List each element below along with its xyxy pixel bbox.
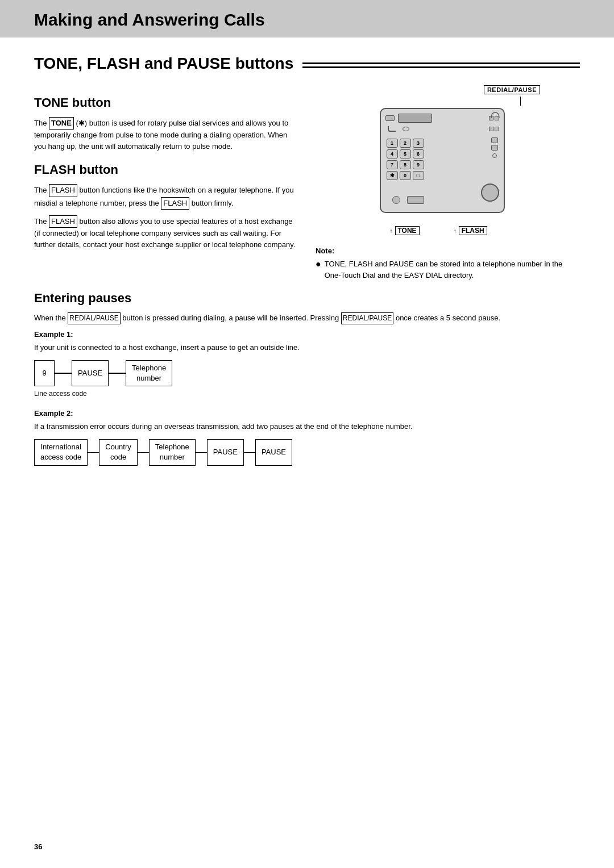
keypad: 1 2 3 4 5 6 7 8 9 ✱ <box>387 139 424 180</box>
flash-section: FLASH button The FLASH button functions … <box>34 162 298 251</box>
volume-knob <box>481 183 499 202</box>
diag-line-2 <box>109 360 126 386</box>
flash-key-1: FLASH <box>49 184 77 197</box>
page: Making and Answering Calls TONE, FLASH a… <box>0 0 614 868</box>
center-button <box>407 196 424 204</box>
page-title: Making and Answering Calls <box>34 10 580 30</box>
diag-box-intl: International access code <box>34 439 88 465</box>
title-decoration <box>302 62 580 68</box>
r-circle <box>492 153 497 158</box>
curve-icon <box>388 126 396 132</box>
side-btn-2 <box>495 127 499 131</box>
diag-box-pause1: PAUSE <box>72 360 109 386</box>
line-5 <box>196 452 207 453</box>
main-section-title-row: TONE, FLASH and PAUSE buttons <box>34 55 580 73</box>
two-col-layout: TONE button The TONE (✱) button is used … <box>34 85 580 281</box>
tone-key: TONE <box>49 117 74 130</box>
flash-arrow: ↑ <box>454 228 457 234</box>
top-bar: Making and Answering Calls <box>0 0 614 37</box>
note-title: Note: <box>316 247 580 255</box>
diag-box-pause3: PAUSE <box>255 439 292 465</box>
circle-btn <box>403 127 409 131</box>
keypad-area: 1 2 3 4 5 6 7 8 9 ✱ <box>387 136 424 180</box>
redial-key-2: REDIAL/PAUSE <box>341 312 393 324</box>
diag-box-country: Country code <box>99 439 138 465</box>
line-6 <box>244 452 255 453</box>
phone-top-controls <box>385 114 499 123</box>
main-content: TONE, FLASH and PAUSE buttons TONE butto… <box>0 37 614 492</box>
flash-key-2: FLASH <box>161 197 189 210</box>
tone-heading: TONE button <box>34 95 298 110</box>
flash-para1: The FLASH button functions like the hook… <box>34 184 298 209</box>
diag-line-4 <box>138 439 149 465</box>
entering-pauses-section: Entering pauses When the REDIAL/PAUSE bu… <box>34 291 580 466</box>
phone-body: 1 2 3 4 5 6 7 8 9 ✱ <box>380 108 516 222</box>
example1-text: If your unit is connected to a host exch… <box>34 342 580 353</box>
side-buttons-2 <box>489 127 499 131</box>
example1-label: Example 1: <box>34 330 580 339</box>
key-hash: □ <box>413 171 424 180</box>
diag-line-6 <box>244 439 255 465</box>
tone-label-item: ↑ TONE <box>390 226 420 235</box>
line-4 <box>138 452 149 453</box>
key-4: 4 <box>387 149 398 158</box>
note-item: ● TONE, FLASH and PAUSE can be stored in… <box>316 258 580 281</box>
key-0: 0 <box>400 171 411 180</box>
phone-labels: ↑ TONE ↑ FLASH <box>385 226 511 235</box>
flash-para2: The FLASH button also allows you to use … <box>34 215 298 251</box>
entering-pauses-heading: Entering pauses <box>34 291 580 306</box>
note-bullet: ● <box>316 258 321 269</box>
flash-key-3: FLASH <box>49 215 77 228</box>
side-btn-1 <box>489 127 493 131</box>
example1-diagram: 9 PAUSE Telephone number <box>34 360 580 386</box>
right-side-buttons <box>491 137 498 151</box>
diag-box-pause2: PAUSE <box>207 439 244 465</box>
speaker <box>385 115 395 121</box>
tone-paragraph: The TONE (✱) button is used for rotary p… <box>34 117 298 152</box>
entering-pauses-para: When the REDIAL/PAUSE button is pressed … <box>34 312 580 324</box>
example2-label: Example 2: <box>34 409 580 418</box>
main-section-heading: TONE, FLASH and PAUSE buttons <box>34 55 293 73</box>
example2-text: If a transmission error occurs during an… <box>34 421 580 432</box>
small-circle <box>392 196 400 204</box>
flash-label: FLASH <box>459 226 487 235</box>
redial-pause-label: REDIAL/PAUSE <box>484 85 540 94</box>
right-column: REDIAL/PAUSE <box>316 85 580 281</box>
key-1: 1 <box>387 139 398 148</box>
left-column: TONE button The TONE (✱) button is used … <box>34 85 298 281</box>
key-3: 3 <box>413 139 424 148</box>
phone-outline: 1 2 3 4 5 6 7 8 9 ✱ <box>380 108 505 213</box>
line-3 <box>88 452 99 453</box>
tone-section: TONE button The TONE (✱) button is used … <box>34 95 298 152</box>
key-7: 7 <box>387 160 398 169</box>
key-6: 6 <box>413 149 424 158</box>
diag-box-tel2: Telephone number <box>149 439 196 465</box>
title-line-2 <box>302 66 580 68</box>
diag-box-9: 9 <box>34 360 55 386</box>
note-box: Note: ● TONE, FLASH and PAUSE can be sto… <box>316 247 580 281</box>
key-8: 8 <box>400 160 411 169</box>
tone-label: TONE <box>395 226 420 235</box>
handset-icon <box>490 111 500 119</box>
tone-arrow: ↑ <box>390 228 393 234</box>
r-btn-1 <box>491 137 498 143</box>
key-2: 2 <box>400 139 411 148</box>
redial-key-1: REDIAL/PAUSE <box>68 312 120 324</box>
line-2 <box>109 373 126 374</box>
diag-line-5 <box>196 439 207 465</box>
diag-line-1 <box>55 360 72 386</box>
second-row <box>385 126 499 132</box>
flash-heading: FLASH button <box>34 162 298 177</box>
key-9: 9 <box>413 160 424 169</box>
flash-label-item: ↑ FLASH <box>454 226 487 235</box>
note-text: TONE, FLASH and PAUSE can be stored into… <box>325 258 580 281</box>
r-btn-2 <box>491 145 498 151</box>
page-number: 36 <box>34 842 42 851</box>
diag-line-3 <box>88 439 99 465</box>
title-line-1 <box>302 62 580 64</box>
phone-diagram: REDIAL/PAUSE <box>316 85 580 281</box>
line-1 <box>55 373 72 374</box>
key-star: ✱ <box>387 171 398 180</box>
line-access-label: Line access code <box>34 390 580 398</box>
phone-screen <box>398 114 432 123</box>
